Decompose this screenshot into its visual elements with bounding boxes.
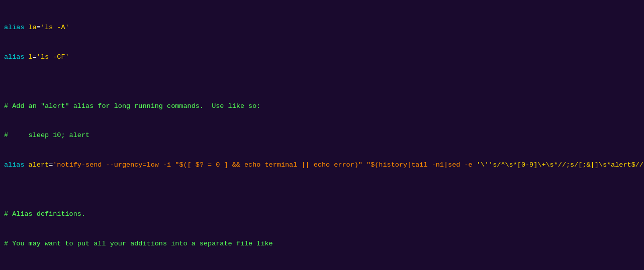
- terminal-line: # sleep 10; alert: [4, 130, 640, 141]
- terminal-line: # Add an "alert" alias for long running …: [4, 101, 640, 111]
- terminal-line: # Alias definitions.: [4, 209, 640, 219]
- terminal-line: # You may want to put all your additions…: [4, 239, 640, 249]
- terminal-line: alias l='ls -CF': [4, 52, 640, 62]
- terminal-window[interactable]: alias la='ls -A' alias l='ls -CF' # Add …: [0, 0, 644, 270]
- terminal-line: alias alert='notify-send --urgency=low -…: [4, 160, 640, 170]
- terminal-line: alias la='ls -A': [4, 23, 640, 33]
- terminal-line: # ~/.bash_aliases, instead of adding the…: [4, 268, 640, 270]
